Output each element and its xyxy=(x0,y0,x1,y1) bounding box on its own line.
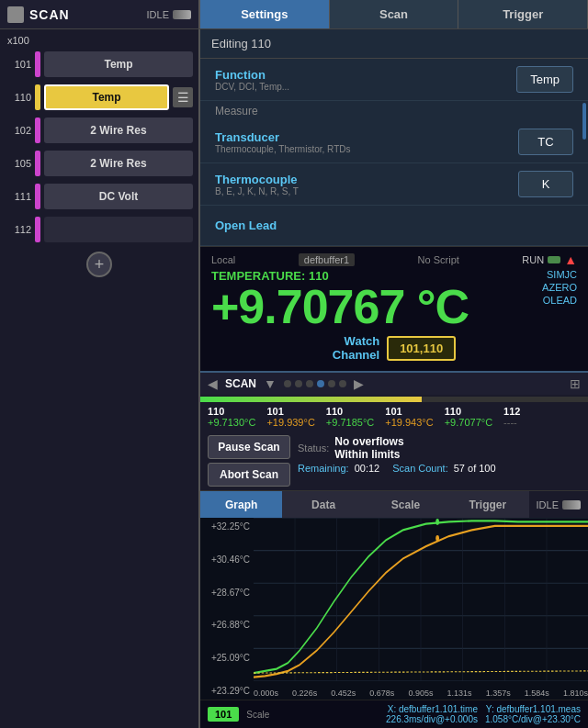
ch-btn-102[interactable]: 2 Wire Res xyxy=(44,118,193,143)
x-label-0: 0.000s xyxy=(254,689,278,698)
scale-label: Scale xyxy=(246,710,269,720)
top-bar-left: SCAN IDLE xyxy=(0,0,200,28)
graph-footer: 101 Scale X: defbuffer1.101.time 226.3ms… xyxy=(200,700,588,728)
ch-btn-111[interactable]: DC Volt xyxy=(44,184,193,209)
function-label-block: Function DCV, DCI, Temp... xyxy=(215,68,516,92)
watch-channel-btn[interactable]: 101,110 xyxy=(387,336,456,361)
remaining-value: 00:12 xyxy=(355,463,380,474)
chevron-right-btn[interactable]: ▶ xyxy=(354,376,364,391)
scan-ch-110a: 110 +9.7130°C xyxy=(208,406,255,428)
top-tabs: Settings Scan Trigger xyxy=(200,0,588,28)
ch-btn-105[interactable]: 2 Wire Res xyxy=(44,151,193,176)
local-label: Local xyxy=(211,254,235,265)
live-top-row: Local defbuffer1 No Script RUN ▲ xyxy=(211,252,577,267)
dot-3 xyxy=(306,380,313,387)
svg-rect-0 xyxy=(10,9,15,14)
scan-panel-header: ◀ SCAN ▼ ▶ ⊞ xyxy=(200,373,588,395)
ch-btn-112[interactable] xyxy=(44,217,193,242)
editing-label: Editing 110 xyxy=(211,37,271,50)
idle-indicator xyxy=(173,10,191,19)
ch-num-105: 105 xyxy=(6,158,31,169)
settings-openlead-row: Open Lead xyxy=(200,206,588,246)
transducer-title: Transducer xyxy=(215,130,518,144)
abort-scan-button[interactable]: Abort Scan xyxy=(208,463,290,487)
reading-row: TEMPERATURE: 110 +9.70767 °C SIMJC AZERO… xyxy=(211,269,577,330)
scan-ch-110b: 110 +9.7185°C xyxy=(326,406,374,428)
settings-header: Editing 110 xyxy=(200,29,588,59)
ch-btn-110[interactable]: Temp xyxy=(44,84,169,110)
olead-label: OLEAD xyxy=(543,295,577,306)
dot-1 xyxy=(284,380,291,387)
scancount-value: 57 of 100 xyxy=(454,463,496,474)
transducer-label-block: Transducer Thermocouple, Thermistor, RTD… xyxy=(215,130,518,154)
scan-title: SCAN xyxy=(29,7,70,22)
x-label-2: 0.452s xyxy=(331,689,356,698)
remaining-line: Remaining: 00:12 Scan Count: 57 of 100 xyxy=(298,463,581,474)
ch-color-102 xyxy=(35,118,40,143)
x100-label: x100 xyxy=(6,35,193,46)
svg-rect-2 xyxy=(10,16,15,20)
tab-data[interactable]: Data xyxy=(282,491,364,518)
pause-scan-button[interactable]: Pause Scan xyxy=(208,435,290,459)
openlead-label-block: Open Lead xyxy=(215,218,573,232)
scan-btn-col: Pause Scan Abort Scan xyxy=(208,435,290,487)
ch-btn-101[interactable]: Temp xyxy=(44,51,193,77)
status-block: Status: No overflowsWithin limits Remain… xyxy=(298,435,581,476)
x-label-6: 1.357s xyxy=(486,689,511,698)
channel-row-112: 112 xyxy=(6,215,193,244)
dot-2 xyxy=(295,380,302,387)
watch-label: WatchChannel xyxy=(333,334,379,362)
idle-badge: IDLE xyxy=(147,9,191,20)
graph-channel-badge[interactable]: 101 xyxy=(208,707,239,722)
tab-trigger[interactable]: Trigger xyxy=(458,0,588,28)
transducer-value-btn[interactable]: TC xyxy=(518,129,573,155)
tab-scan[interactable]: Scan xyxy=(330,0,459,28)
thermocouple-value-btn[interactable]: K xyxy=(518,171,573,197)
settings-popup: Editing 110 Function DCV, DCI, Temp... T… xyxy=(200,29,588,246)
y-label-5: +23.29°C xyxy=(200,686,250,696)
chevron-left-btn[interactable]: ◀ xyxy=(208,376,218,391)
graph-x-info: X: defbuffer1.101.time xyxy=(388,704,478,714)
scrollbar[interactable] xyxy=(582,103,586,140)
function-value-btn[interactable]: Temp xyxy=(516,66,573,93)
idle-right: IDLE xyxy=(529,499,588,510)
openlead-title: Open Lead xyxy=(215,218,573,232)
scancount-label: Scan Count: xyxy=(392,463,448,474)
y-label-2: +28.67°C xyxy=(200,588,250,598)
settings-transducer-row: Transducer Thermocouple, Thermistor, RTD… xyxy=(200,121,588,163)
idle-right-bar xyxy=(562,500,581,510)
x-label-5: 1.131s xyxy=(447,689,472,698)
hamburger-btn[interactable]: ☰ xyxy=(173,87,193,107)
graph-x-scale: 226.3ms/div@+0.000s xyxy=(386,714,478,724)
tab-trigger[interactable]: Trigger xyxy=(447,491,528,518)
dot-5 xyxy=(328,380,335,387)
tab-settings[interactable]: Settings xyxy=(200,0,330,28)
tab-graph[interactable]: Graph xyxy=(200,491,282,518)
thermocouple-sub: B, E, J, K, N, R, S, T xyxy=(215,186,518,196)
no-script-label: No Script xyxy=(418,254,459,265)
graph-area: +32.25°C +30.46°C +28.67°C +26.88°C +25.… xyxy=(200,518,588,700)
ch-num-110: 110 xyxy=(6,92,31,103)
chevron-down-btn[interactable]: ▼ xyxy=(264,376,277,391)
y-label-1: +30.46°C xyxy=(200,554,250,565)
y-label-3: +26.88°C xyxy=(200,620,250,630)
tab-scale[interactable]: Scale xyxy=(365,491,447,518)
graph-info-block: X: defbuffer1.101.time 226.3ms/div@+0.00… xyxy=(386,704,478,724)
remaining-label: Remaining: xyxy=(298,463,349,474)
channel-row-101: 101 Temp xyxy=(6,50,193,79)
dot-4 xyxy=(317,380,324,387)
scan-panel-title: SCAN xyxy=(225,377,256,390)
y-axis: +32.25°C +30.46°C +28.67°C +26.88°C +25.… xyxy=(200,518,254,700)
channel-row-110: 110 Temp ☰ xyxy=(6,83,193,112)
settings-function-row: Function DCV, DCI, Temp... Temp xyxy=(200,59,588,101)
graph-y-scale: 1.058°C/div@+23.30°C xyxy=(485,714,581,724)
svg-rect-3 xyxy=(17,16,21,20)
big-reading: +9.70767 °C xyxy=(211,283,469,330)
bottom-panel: Graph Data Scale Trigger IDLE +32.25°C +… xyxy=(200,490,588,728)
function-sub: DCV, DCI, Temp... xyxy=(215,82,516,92)
dot-6 xyxy=(339,380,346,387)
add-channel-button[interactable]: + xyxy=(86,252,112,277)
defbuffer-label: defbuffer1 xyxy=(299,253,355,266)
ch-num-101: 101 xyxy=(6,59,31,70)
ch-color-105 xyxy=(35,151,40,176)
